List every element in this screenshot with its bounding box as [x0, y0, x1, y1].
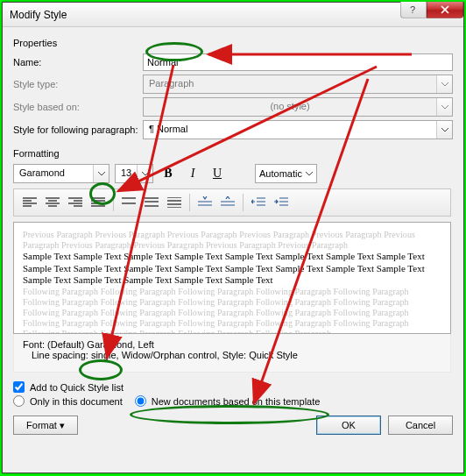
- properties-heading: Properties: [13, 38, 453, 48]
- style-description-line2: Line spacing: single, Widow/Orphan contr…: [23, 350, 441, 360]
- increase-indent-button[interactable]: [271, 193, 292, 212]
- font-size-combo[interactable]: 13: [115, 164, 153, 183]
- only-in-document-radio[interactable]: [13, 395, 25, 407]
- style-based-on-value: (no style): [144, 98, 436, 116]
- add-to-quick-style-label[interactable]: Add to Quick Style list: [30, 382, 124, 393]
- chevron-down-icon[interactable]: [436, 121, 452, 139]
- chevron-down-icon[interactable]: [137, 165, 152, 182]
- chevron-down-icon: [436, 98, 452, 116]
- formatting-heading: Formatting: [13, 148, 453, 159]
- formatting-toolbar-row-2: [13, 188, 451, 217]
- align-center-button[interactable]: [42, 193, 63, 212]
- following-paragraph-value: ¶ Normal: [144, 121, 436, 139]
- chevron-down-icon: [436, 75, 452, 93]
- font-family-combo[interactable]: Garamond: [13, 164, 109, 183]
- bold-button[interactable]: B: [159, 164, 178, 183]
- underline-button[interactable]: U: [208, 164, 227, 183]
- new-documents-template-label[interactable]: New documents based on this template: [152, 396, 321, 407]
- window-title: Modify Style: [10, 9, 67, 21]
- close-button[interactable]: [427, 2, 463, 18]
- formatting-toolbar-row-1: Garamond 13 B I U Automatic: [13, 164, 453, 183]
- align-left-button[interactable]: [19, 193, 40, 212]
- following-paragraph-combo[interactable]: ¶ Normal: [143, 120, 453, 139]
- svg-text:?: ?: [410, 5, 415, 14]
- font-color-combo[interactable]: Automatic: [255, 164, 317, 183]
- line-spacing-1-5-button[interactable]: [141, 193, 162, 212]
- ok-button[interactable]: OK: [316, 416, 381, 435]
- font-color-value: Automatic: [259, 168, 302, 179]
- line-spacing-1-button[interactable]: [118, 193, 139, 212]
- preview-previous-text: Previous Paragraph Previous Paragraph Pr…: [23, 230, 441, 251]
- style-based-on-combo: (no style): [143, 97, 453, 117]
- style-description: Font: (Default) Garamond, Left Line spac…: [13, 334, 451, 373]
- style-description-line1: Font: (Default) Garamond, Left: [23, 339, 441, 350]
- cancel-button[interactable]: Cancel: [388, 416, 453, 435]
- preview-following-text: Following Paragraph Following Paragraph …: [23, 287, 441, 334]
- space-before-dec-button[interactable]: [217, 193, 238, 212]
- name-label: Name:: [13, 57, 143, 67]
- new-documents-template-radio[interactable]: [135, 395, 146, 407]
- font-size-value: 13: [116, 165, 137, 182]
- chevron-down-icon[interactable]: [93, 165, 109, 182]
- chevron-down-icon: [306, 172, 313, 176]
- align-justify-button[interactable]: [88, 193, 109, 212]
- modify-style-dialog: Modify Style ? Properties Name: Style ty…: [2, 2, 464, 473]
- following-paragraph-label: Style for following paragraph:: [13, 124, 143, 135]
- style-type-combo: Paragraph: [143, 75, 453, 94]
- only-in-document-label[interactable]: Only in this document: [30, 396, 123, 407]
- titlebar: Modify Style ?: [3, 3, 463, 27]
- help-button[interactable]: ?: [400, 2, 427, 18]
- preview-sample-text: Sample Text Sample Text Sample Text Samp…: [23, 251, 441, 286]
- style-type-value: Paragraph: [144, 75, 436, 93]
- line-spacing-2-button[interactable]: [164, 193, 185, 212]
- format-button[interactable]: Format ▾: [13, 416, 78, 435]
- style-based-on-label: Style based on:: [13, 102, 143, 112]
- name-field[interactable]: [143, 53, 453, 71]
- preview-pane: Previous Paragraph Previous Paragraph Pr…: [13, 222, 451, 334]
- add-to-quick-style-checkbox[interactable]: [13, 381, 25, 393]
- font-family-value: Garamond: [14, 165, 93, 182]
- italic-button[interactable]: I: [183, 164, 202, 183]
- space-before-inc-button[interactable]: [194, 193, 215, 212]
- style-type-label: Style type:: [13, 79, 143, 89]
- align-right-button[interactable]: [65, 193, 86, 212]
- decrease-indent-button[interactable]: [248, 193, 269, 212]
